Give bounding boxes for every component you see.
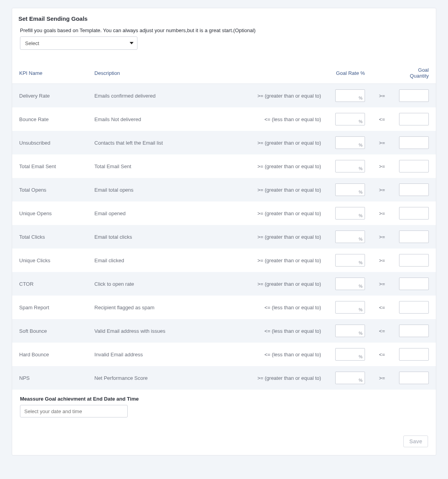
operator-cell: >= (greater than or equal to) (213, 249, 328, 272)
goal-rate-cell: % (328, 225, 372, 249)
goal-rate-input-wrap: % (335, 301, 365, 314)
goal-qty-cell (392, 84, 436, 108)
kpi-name-cell: Unique Opens (12, 201, 87, 225)
goal-qty-input-wrap (399, 305, 429, 310)
operator2-cell: >= (372, 178, 392, 201)
operator-cell: >= (greater than or equal to) (213, 272, 328, 296)
goal-qty-input[interactable] (399, 230, 429, 243)
kpi-name-cell: Soft Bounce (12, 319, 87, 343)
goal-qty-input-wrap (399, 375, 429, 381)
kpi-name-cell: Total Clicks (12, 225, 87, 249)
prefill-description: Prefill you goals based on Template. You… (20, 27, 428, 33)
operator-cell: >= (greater than or equal to) (213, 366, 328, 390)
goal-rate-input[interactable] (335, 372, 365, 384)
goal-qty-input-wrap (399, 234, 429, 240)
kpi-name-cell: Hard Bounce (12, 343, 87, 366)
goal-qty-input[interactable] (399, 254, 429, 267)
kpi-desc-cell: Email total opens (87, 178, 213, 201)
goal-qty-input[interactable] (399, 160, 429, 172)
goal-qty-input[interactable] (399, 207, 429, 220)
goal-qty-input[interactable] (399, 278, 429, 290)
header-goal-qty: Goal Quantity (392, 62, 436, 84)
table-row: Total OpensEmail total opens>= (greater … (12, 178, 436, 201)
goal-rate-input[interactable] (335, 160, 365, 172)
table-row: NPSNet Performance Score>= (greater than… (12, 366, 436, 390)
goal-qty-input[interactable] (399, 136, 429, 149)
goal-rate-input[interactable] (335, 348, 365, 361)
save-button[interactable]: Save (403, 435, 428, 447)
goal-rate-cell: % (328, 154, 372, 178)
operator2-symbol: >= (379, 281, 385, 287)
date-time-input[interactable] (20, 405, 128, 417)
goal-qty-input[interactable] (399, 89, 429, 102)
header-goal-rate: Goal Rate % (328, 62, 372, 84)
header-kpi-name: KPI Name (12, 62, 87, 84)
operator2-cell: <= (372, 319, 392, 343)
goal-rate-input[interactable] (335, 113, 365, 125)
goal-rate-cell: % (328, 366, 372, 390)
goal-rate-cell: % (328, 249, 372, 272)
goal-rate-input[interactable] (335, 183, 365, 196)
goal-qty-input[interactable] (399, 301, 429, 314)
table-row: UnsubscribedContacts that left the Email… (12, 131, 436, 154)
goal-rate-cell: % (328, 343, 372, 366)
operator-cell: >= (greater than or equal to) (213, 131, 328, 154)
kpi-table: KPI Name Description Goal Rate % Goal Qu… (12, 62, 436, 390)
kpi-name-cell: Unique Clicks (12, 249, 87, 272)
goal-rate-input[interactable] (335, 325, 365, 337)
operator2-cell: >= (372, 249, 392, 272)
goal-rate-input[interactable] (335, 230, 365, 243)
operator2-symbol: >= (379, 234, 385, 240)
template-select[interactable]: Select (20, 36, 137, 50)
goal-rate-input[interactable] (335, 254, 365, 267)
kpi-name-cell: CTOR (12, 272, 87, 296)
table-row: Delivery RateEmails confirmed delivered>… (12, 84, 436, 108)
table-row: Bounce RateEmails Not delivered<= (less … (12, 107, 436, 131)
kpi-desc-cell: Email clicked (87, 249, 213, 272)
goal-rate-cell: % (328, 131, 372, 154)
goal-qty-cell (392, 131, 436, 154)
goal-rate-input[interactable] (335, 207, 365, 220)
operator2-symbol: >= (379, 93, 385, 99)
goal-qty-input-wrap (399, 258, 429, 263)
goal-rate-input[interactable] (335, 89, 365, 102)
goal-qty-input-wrap (399, 328, 429, 334)
footer-row: Save (12, 424, 436, 447)
goal-rate-cell: % (328, 201, 372, 225)
header-description: Description (87, 62, 213, 84)
measure-label: Meassure Goal achievment at End Date and… (20, 396, 428, 402)
prefill-row: Prefill you goals based on Template. You… (12, 27, 436, 54)
goal-rate-cell: % (328, 296, 372, 319)
table-row: Soft BounceValid Email address with issu… (12, 319, 436, 343)
operator-cell: <= (less than or equal to) (213, 107, 328, 131)
kpi-name-cell: Total Opens (12, 178, 87, 201)
goal-rate-input-wrap: % (335, 160, 365, 172)
goal-rate-input-wrap: % (335, 230, 365, 243)
goal-qty-input[interactable] (399, 183, 429, 196)
operator-cell: >= (greater than or equal to) (213, 178, 328, 201)
kpi-name-cell: Bounce Rate (12, 107, 87, 131)
goal-rate-input-wrap: % (335, 207, 365, 220)
goal-qty-input[interactable] (399, 113, 429, 125)
operator2-symbol: >= (379, 163, 385, 169)
goal-rate-input[interactable] (335, 301, 365, 314)
goal-qty-cell (392, 154, 436, 178)
operator-cell: >= (greater than or equal to) (213, 84, 328, 108)
goal-qty-input[interactable] (399, 348, 429, 361)
operator-cell: <= (less than or equal to) (213, 319, 328, 343)
operator2-symbol: <= (379, 352, 385, 357)
goal-qty-cell (392, 225, 436, 249)
goal-qty-input[interactable] (399, 372, 429, 384)
operator2-symbol: <= (379, 116, 385, 122)
operator2-cell: <= (372, 107, 392, 131)
kpi-name-cell: Total Email Sent (12, 154, 87, 178)
operator2-cell: >= (372, 272, 392, 296)
goal-rate-cell: % (328, 272, 372, 296)
goal-rate-input[interactable] (335, 278, 365, 290)
goal-qty-input[interactable] (399, 325, 429, 337)
goal-rate-input[interactable] (335, 136, 365, 149)
goal-rate-input-wrap: % (335, 183, 365, 196)
table-row: Spam ReportRecipient flagged as spam<= (… (12, 296, 436, 319)
goal-qty-cell (392, 178, 436, 201)
card-title: Set Email Sending Goals (12, 15, 436, 27)
